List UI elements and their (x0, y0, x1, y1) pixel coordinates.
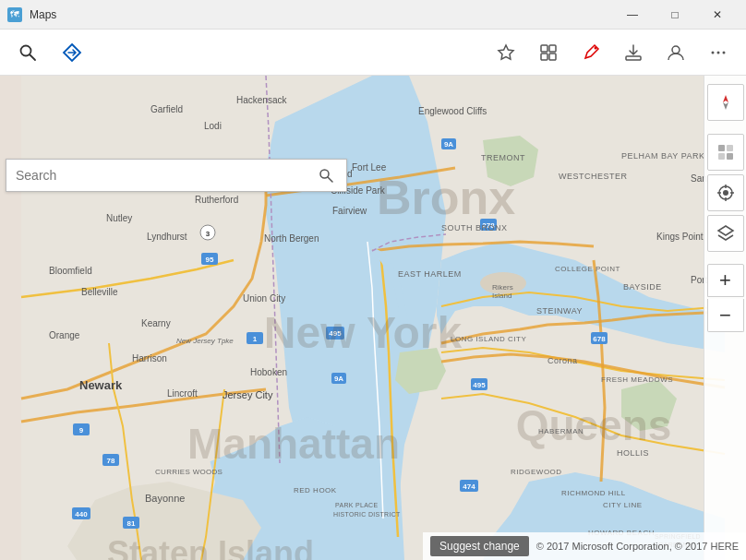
minimize-button[interactable]: — (611, 0, 654, 30)
svg-text:PARK PLACE: PARK PLACE (335, 502, 378, 508)
svg-text:LONG ISLAND CITY: LONG ISLAND CITY (451, 335, 526, 343)
close-button[interactable]: ✕ (696, 0, 739, 30)
svg-text:678: 678 (593, 335, 606, 343)
map-svg: 495 9A 9A 95 1 78 9 440 81 278 678 495 4… (0, 76, 746, 560)
svg-text:Jersey City: Jersey City (223, 389, 273, 400)
svg-rect-107 (718, 145, 725, 151)
svg-text:RED HOOK: RED HOOK (294, 486, 337, 494)
zoom-out-icon: − (719, 304, 731, 328)
svg-text:STEINWAY: STEINWAY (536, 306, 583, 316)
svg-text:Rikers: Rikers (492, 283, 513, 292)
more-button[interactable] (698, 32, 739, 73)
svg-text:474: 474 (463, 483, 475, 491)
svg-text:CITY LINE: CITY LINE (603, 501, 643, 509)
svg-text:Harrison: Harrison (132, 353, 167, 363)
title-bar: 🗺 Maps — □ ✕ (0, 0, 746, 30)
app-toolbar (0, 30, 746, 76)
svg-text:SOUTH BRONX: SOUTH BRONX (441, 223, 508, 232)
svg-text:Corona: Corona (547, 356, 578, 365)
svg-text:9: 9 (79, 426, 84, 435)
svg-text:New Jersey Tpke: New Jersey Tpke (176, 337, 234, 345)
svg-text:440: 440 (75, 510, 88, 518)
svg-text:9A: 9A (334, 375, 343, 383)
svg-text:RICHMOND HILL: RICHMOND HILL (561, 489, 626, 497)
layers-button[interactable] (707, 215, 744, 252)
svg-text:New York: New York (264, 308, 463, 357)
svg-point-0 (21, 45, 31, 55)
svg-text:Bloomfield: Bloomfield (49, 266, 92, 276)
svg-rect-3 (549, 45, 556, 52)
svg-point-11 (723, 51, 726, 54)
svg-text:Lincroft: Lincroft (167, 388, 198, 399)
svg-text:Bayonne: Bayonne (145, 493, 185, 504)
ink-button[interactable] (571, 32, 611, 73)
svg-line-1 (30, 54, 36, 60)
svg-text:Union City: Union City (243, 293, 285, 304)
app-icon: 🗺 (7, 7, 22, 22)
svg-text:North Bergen: North Bergen (264, 233, 319, 244)
svg-text:COLLEGE POINT: COLLEGE POINT (555, 265, 620, 273)
suggest-change-button[interactable]: Suggest change (430, 536, 529, 556)
search-submit-button[interactable] (315, 166, 337, 185)
svg-text:Fort Lee: Fort Lee (352, 162, 387, 173)
svg-rect-108 (727, 145, 733, 151)
account-button[interactable] (656, 32, 696, 73)
svg-text:TREMONT: TREMONT (481, 153, 525, 162)
map-style-button[interactable] (707, 134, 744, 171)
location-button[interactable] (707, 174, 744, 211)
svg-text:Lyndhurst: Lyndhurst (147, 232, 187, 242)
collections-button[interactable] (528, 32, 569, 73)
svg-point-10 (717, 51, 720, 54)
map-container[interactable]: 495 9A 9A 95 1 78 9 440 81 278 678 495 4… (0, 76, 746, 560)
svg-text:HABERMAN: HABERMAN (538, 427, 584, 435)
search-input[interactable] (16, 168, 315, 183)
directions-button[interactable] (52, 32, 92, 73)
svg-text:Belleville: Belleville (81, 287, 118, 297)
svg-text:WESTCHESTER: WESTCHESTER (559, 172, 628, 181)
svg-text:9A: 9A (444, 140, 453, 149)
svg-rect-7 (626, 56, 641, 60)
title-bar-left: 🗺 Maps (7, 7, 56, 22)
svg-rect-109 (718, 153, 725, 160)
svg-text:Lodi: Lodi (204, 121, 222, 131)
svg-text:1: 1 (253, 335, 258, 343)
svg-text:Kings Point: Kings Point (656, 232, 704, 242)
svg-text:RIDGEWOOD: RIDGEWOOD (511, 468, 562, 476)
svg-text:78: 78 (107, 457, 115, 465)
svg-text:Garfield: Garfield (150, 104, 183, 114)
svg-text:PELHAM BAY PARK: PELHAM BAY PARK (621, 151, 705, 161)
compass-button[interactable] (707, 84, 744, 121)
svg-rect-5 (549, 54, 556, 60)
svg-text:BAYSIDE: BAYSIDE (623, 282, 662, 292)
svg-marker-105 (723, 95, 728, 102)
svg-text:Rutherford: Rutherford (195, 195, 238, 205)
svg-text:95: 95 (206, 256, 214, 264)
svg-text:3: 3 (206, 230, 211, 238)
map-bottom-bar: Suggest change © 2017 Microsoft Corporat… (423, 532, 746, 560)
title-bar-controls: — □ ✕ (611, 0, 739, 30)
search-toggle-button[interactable] (7, 32, 48, 73)
svg-text:Manhattan: Manhattan (187, 420, 400, 468)
svg-rect-4 (541, 54, 547, 60)
svg-point-9 (712, 51, 715, 54)
maximize-button[interactable]: □ (654, 0, 696, 30)
favorites-button[interactable] (486, 32, 526, 73)
svg-text:Kearny: Kearny (141, 318, 171, 328)
svg-text:CURRIES WOODS: CURRIES WOODS (155, 468, 223, 476)
search-bar (6, 159, 347, 192)
svg-marker-106 (723, 102, 728, 110)
svg-point-6 (595, 46, 597, 49)
svg-point-112 (723, 190, 728, 196)
svg-text:Newark: Newark (79, 378, 123, 392)
svg-text:Orange: Orange (49, 330, 80, 340)
svg-text:81: 81 (127, 519, 136, 528)
map-controls: + − (704, 76, 746, 560)
svg-text:Bronx: Bronx (377, 171, 515, 224)
svg-rect-110 (727, 153, 733, 160)
zoom-out-button[interactable]: − (707, 299, 744, 332)
toolbar-right (486, 32, 739, 73)
download-maps-button[interactable] (613, 32, 654, 73)
zoom-in-button[interactable]: + (707, 264, 744, 297)
svg-text:495: 495 (473, 381, 486, 389)
svg-rect-2 (541, 45, 547, 52)
